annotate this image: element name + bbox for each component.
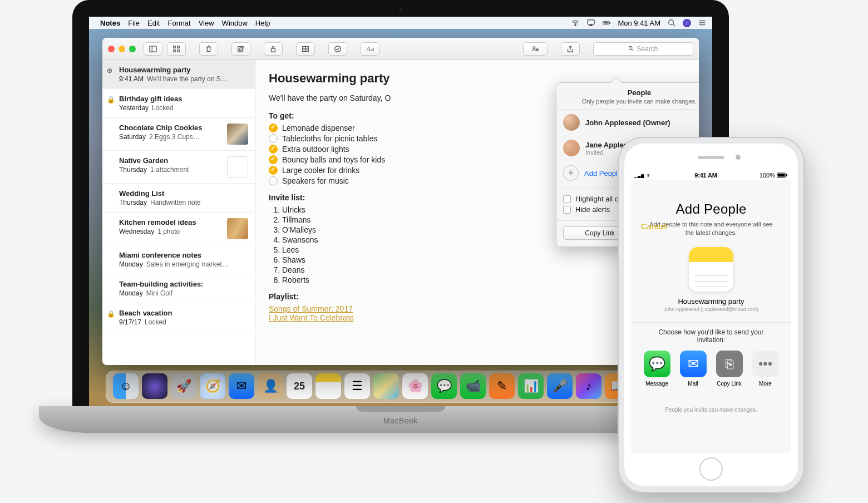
airplay-icon[interactable] bbox=[586, 19, 595, 27]
svg-rect-1 bbox=[588, 20, 594, 24]
share-more[interactable]: ••• More bbox=[749, 351, 782, 387]
keynote-icon[interactable]: 🎤 bbox=[547, 373, 573, 399]
siri-icon[interactable] bbox=[683, 19, 691, 27]
menu-format[interactable]: Format bbox=[167, 19, 190, 27]
svg-rect-20 bbox=[786, 174, 787, 176]
launchpad-icon[interactable]: 🚀 bbox=[171, 373, 196, 399]
menu-view[interactable]: View bbox=[199, 19, 214, 27]
svg-point-17 bbox=[629, 46, 633, 50]
sidebar-toggle-button[interactable] bbox=[144, 42, 162, 56]
mail-icon[interactable]: ✉ bbox=[229, 373, 254, 399]
svg-rect-3 bbox=[609, 22, 610, 24]
zoom-button[interactable] bbox=[129, 46, 136, 52]
share-message[interactable]: 💬 Message bbox=[640, 351, 674, 387]
search-input[interactable]: Search bbox=[593, 42, 693, 56]
checkbox-icon[interactable] bbox=[269, 145, 278, 154]
itunes-icon[interactable]: ♪ bbox=[576, 373, 601, 399]
note-list-item[interactable]: 🔒 Beach vacation 9/17/17Locked bbox=[102, 303, 255, 332]
lock-icon: 🔒 bbox=[107, 310, 115, 318]
menubar-app[interactable]: Notes bbox=[100, 19, 120, 27]
checkbox-icon[interactable] bbox=[269, 166, 278, 175]
ios-note-title: Housewarming party bbox=[631, 297, 791, 305]
svg-point-0 bbox=[575, 25, 576, 26]
note-list-item[interactable]: Miami conference notes MondaySales in em… bbox=[102, 245, 255, 274]
lock-button[interactable] bbox=[264, 42, 283, 56]
photos-icon[interactable]: 🌸 bbox=[402, 373, 428, 399]
mail-icon: ✉ bbox=[680, 351, 707, 377]
ios-time: 9:41 AM bbox=[652, 172, 760, 179]
note-item-title: Housewarming party bbox=[119, 66, 248, 74]
contacts-icon[interactable]: 👤 bbox=[258, 373, 283, 399]
plus-icon: + bbox=[563, 165, 579, 181]
format-button[interactable]: Aa bbox=[361, 42, 379, 56]
new-note-button[interactable] bbox=[231, 42, 250, 56]
maps-icon[interactable] bbox=[373, 373, 399, 399]
menubar-time[interactable]: Mon 9:41 AM bbox=[618, 19, 660, 27]
wifi-icon[interactable] bbox=[571, 19, 580, 27]
playlist-link-2[interactable]: I Just Want To Celebrate bbox=[269, 313, 354, 322]
note-thumbnail bbox=[227, 218, 248, 239]
numbers-icon[interactable]: 📊 bbox=[518, 373, 544, 399]
share-copy-link[interactable]: ⎘ Copy Link bbox=[713, 351, 746, 387]
notes-icon[interactable] bbox=[315, 373, 341, 399]
checkbox-icon[interactable] bbox=[269, 134, 278, 143]
calendar-icon[interactable]: 25 bbox=[287, 373, 312, 399]
menubar: Notes File Edit Format View Window Help … bbox=[89, 17, 712, 29]
copy-link-icon: ⎘ bbox=[716, 351, 743, 377]
close-button[interactable] bbox=[108, 46, 115, 52]
menu-edit[interactable]: Edit bbox=[147, 19, 160, 27]
add-people-label: Add People bbox=[584, 169, 622, 177]
pages-icon[interactable]: ✎ bbox=[489, 373, 515, 399]
person-row[interactable]: John Appleseed (Owner) bbox=[556, 110, 699, 135]
finder-icon[interactable]: ☺ bbox=[113, 373, 139, 399]
notes-window: Aa Search ⊕ Housewarming party 9:41 AMWe… bbox=[102, 38, 699, 365]
ios-footer: People you invite can make changes. bbox=[631, 407, 791, 413]
popover-title: People bbox=[562, 88, 699, 97]
table-button[interactable] bbox=[296, 42, 315, 56]
checkbox-icon[interactable] bbox=[269, 155, 278, 164]
share-button[interactable] bbox=[561, 42, 580, 56]
note-list-item[interactable]: 🔒 Birthday gift ideas YesterdayLocked bbox=[102, 89, 255, 118]
note-list-item[interactable]: Chocolate Chip Cookies Saturday2 Eggs 3 … bbox=[102, 118, 255, 151]
checkbox-icon[interactable] bbox=[269, 176, 278, 185]
reminders-icon[interactable]: ☰ bbox=[344, 373, 370, 399]
notification-center-icon[interactable] bbox=[698, 19, 707, 27]
avatar bbox=[563, 114, 580, 131]
collaborate-button[interactable] bbox=[523, 42, 548, 56]
ios-modal: Cancel Add People Add people to this not… bbox=[631, 180, 791, 453]
cancel-button[interactable]: Cancel bbox=[641, 221, 667, 231]
safari-icon[interactable]: 🧭 bbox=[200, 373, 225, 399]
notes-list[interactable]: ⊕ Housewarming party 9:41 AMWe'll have t… bbox=[102, 60, 255, 365]
messages-icon[interactable]: 💬 bbox=[431, 373, 457, 399]
spotlight-icon[interactable] bbox=[667, 19, 676, 27]
menu-file[interactable]: File bbox=[128, 19, 140, 27]
delete-button[interactable] bbox=[199, 42, 218, 56]
home-button[interactable] bbox=[699, 457, 723, 481]
note-item-title: Team-building activities: bbox=[119, 280, 248, 288]
ios-battery-label: 100% bbox=[760, 172, 775, 179]
menu-window[interactable]: Window bbox=[222, 19, 248, 27]
checklist-button[interactable] bbox=[328, 42, 347, 56]
minimize-button[interactable] bbox=[119, 46, 125, 52]
popover-header: People Only people you invite can make c… bbox=[556, 83, 699, 110]
note-list-item[interactable]: Wedding List ThursdayHandwritten note bbox=[102, 184, 255, 213]
playlist-link-1[interactable]: Songs of Summer: 2017 bbox=[269, 304, 353, 313]
siri-dock-icon[interactable] bbox=[142, 373, 167, 399]
share-mail[interactable]: ✉ Mail bbox=[677, 351, 710, 387]
ios-choose-label: Choose how you'd like to send your invit… bbox=[631, 328, 791, 344]
menu-help[interactable]: Help bbox=[255, 19, 270, 27]
checkbox-icon[interactable] bbox=[269, 124, 278, 132]
menubar-items: Notes File Edit Format View Window Help bbox=[100, 19, 270, 27]
note-list-item[interactable]: ⊕ Housewarming party 9:41 AMWe'll have t… bbox=[102, 60, 255, 89]
note-list-item[interactable]: Native Garden Thursday1 attachment bbox=[102, 151, 255, 184]
note-list-item[interactable]: Team-building activities: MondayMini Gol… bbox=[102, 274, 255, 303]
svg-rect-10 bbox=[177, 50, 180, 52]
traffic-lights bbox=[108, 46, 136, 52]
view-grid-button[interactable] bbox=[167, 42, 186, 56]
battery-icon[interactable] bbox=[602, 19, 611, 27]
note-list-item[interactable]: Kitchen remodel ideas Wednesday1 photo bbox=[102, 213, 255, 245]
svg-rect-12 bbox=[272, 48, 275, 52]
note-item-title: Miami conference notes bbox=[119, 251, 248, 259]
search-placeholder: Search bbox=[637, 45, 658, 53]
facetime-icon[interactable]: 📹 bbox=[460, 373, 486, 399]
